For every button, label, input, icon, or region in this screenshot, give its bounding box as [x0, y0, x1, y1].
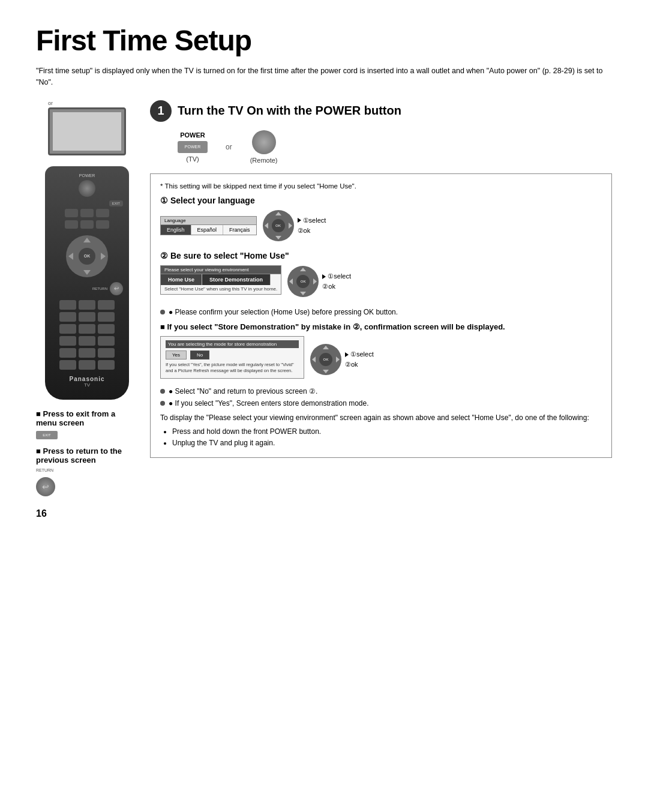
- yes-no-row: Yes No: [166, 350, 299, 359]
- remote-grid-btn-17[interactable]: [79, 360, 95, 370]
- remote-grid-btn-9[interactable]: [98, 324, 115, 334]
- lang-dpad[interactable]: OK: [263, 210, 294, 241]
- remote-return-button[interactable]: ↩: [110, 282, 123, 295]
- tv-sub-label: (TV): [186, 155, 199, 163]
- home-use-option[interactable]: Home Use: [161, 274, 202, 285]
- remote-btn-grid-1: [59, 300, 115, 370]
- remote-grid-btn-10[interactable]: [59, 336, 76, 346]
- no-button[interactable]: No: [190, 350, 209, 359]
- press-return-item: ■ Press to return to the previous screen…: [36, 447, 138, 496]
- power-label: POWER: [180, 131, 205, 139]
- remote-grid-btn-13[interactable]: [59, 348, 76, 358]
- store-confirm-area: You are selecting the mode for store dem…: [160, 336, 602, 383]
- remote-brand-tv: TV: [84, 382, 90, 388]
- confirm-body-text: If you select "Yes", the picture mode wi…: [166, 362, 299, 374]
- store-bullet-2: ● If you select "Yes", Screen enters sto…: [160, 399, 602, 408]
- confirm-box-header: You are selecting the mode for store dem…: [166, 340, 299, 348]
- remote-grid-btn-14[interactable]: [79, 348, 95, 358]
- remote-grid-btn-4[interactable]: [59, 312, 76, 322]
- confirm-note: ● Please confirm your selection (Home Us…: [160, 308, 602, 316]
- remote-btn-5[interactable]: [80, 220, 94, 229]
- dpad-down-arrow: [83, 270, 91, 275]
- lang-option-english[interactable]: English: [161, 225, 191, 235]
- remote-btn-4[interactable]: [65, 220, 78, 229]
- press-return-title: ■ Press to return to the previous screen: [36, 447, 138, 465]
- sdpad-up-3: [323, 346, 329, 349]
- step1-circle: 1: [150, 100, 172, 122]
- remote-btn-3[interactable]: [96, 209, 109, 217]
- power-tv-item: POWER POWER (TV): [178, 131, 208, 163]
- remote-power-button[interactable]: [79, 180, 95, 197]
- remote-btn-6[interactable]: [96, 220, 109, 229]
- home-options: Home Use Store Demonstration: [161, 274, 281, 285]
- remote-dpad[interactable]: OK: [66, 235, 108, 277]
- store-confirm-box: You are selecting the mode for store dem…: [160, 336, 304, 379]
- remote-grid-btn-2[interactable]: [79, 300, 95, 310]
- home-dpad-area: OK ①select ②ok: [287, 266, 351, 297]
- remote-grid-btn-11[interactable]: [79, 336, 95, 346]
- store-dpad-area: OK ①select ②ok: [310, 344, 374, 375]
- yes-button[interactable]: Yes: [166, 350, 187, 359]
- remote-grid-btn-18[interactable]: [98, 360, 115, 370]
- store-dpad[interactable]: OK: [310, 344, 341, 375]
- sdpad-down-2: [300, 292, 306, 295]
- sdpad-down-3: [323, 370, 329, 373]
- lang-ok-label: ②ok: [298, 227, 326, 235]
- remote-grid-btn-5[interactable]: [79, 312, 95, 322]
- exit-button-image: EXIT: [36, 431, 58, 439]
- lang-option-espanol[interactable]: Español: [191, 225, 224, 235]
- arrow-icon-2: [322, 274, 326, 279]
- remote-btn-row-1: [65, 209, 109, 217]
- sdpad-up: [275, 212, 281, 215]
- press-exit-item: ■ Press to exit from a menu screen EXIT: [36, 409, 138, 439]
- bullet-dot-3: [160, 401, 165, 406]
- remote-grid-btn-16[interactable]: [59, 360, 76, 370]
- power-tv-button: POWER: [178, 141, 208, 153]
- home-box-header: Please select your viewing environment: [161, 266, 281, 274]
- home-dpad[interactable]: OK: [287, 266, 319, 297]
- store-ok-btn[interactable]: OK: [319, 353, 332, 366]
- bullet-dot-1: [160, 310, 165, 314]
- sub-step-2: ② Be sure to select "Home Use" Please se…: [160, 251, 602, 298]
- store-ok-label: ②ok: [345, 361, 374, 368]
- or-divider: or: [226, 143, 232, 151]
- home-use-selector: Please select your viewing environment H…: [160, 265, 281, 295]
- power-illustration: POWER POWER (TV) or (Remote): [178, 130, 612, 164]
- lang-option-francais[interactable]: Français: [223, 225, 256, 235]
- remote-btn-row-2: [65, 220, 109, 229]
- remote-grid-btn-8[interactable]: [79, 324, 95, 334]
- remote-ok-button[interactable]: OK: [79, 248, 95, 265]
- remote-grid-btn-3[interactable]: [98, 300, 115, 310]
- remote-power-label: POWER: [79, 173, 95, 178]
- remote-grid-btn-6[interactable]: [98, 312, 115, 322]
- dpad-up-arrow: [83, 238, 91, 242]
- remote-exit-row: EXIT: [51, 200, 123, 206]
- home-select-label: ①select: [328, 272, 351, 280]
- remote-btn-1[interactable]: [65, 209, 78, 217]
- power-remote-item: (Remote): [250, 130, 278, 164]
- remote-grid-btn-1[interactable]: [59, 300, 76, 310]
- store-select-ok-labels: ①select ②ok: [345, 350, 374, 368]
- dpad-right-arrow: [101, 253, 106, 260]
- store-demo-option[interactable]: Store Demonstration: [202, 274, 271, 285]
- home-ok-btn[interactable]: OK: [296, 275, 310, 288]
- or-label: or: [48, 100, 126, 106]
- sdpad-left-3: [312, 356, 316, 362]
- main-layout: or POWER EXIT: [36, 100, 612, 519]
- remote-brand: Panasonic: [69, 376, 104, 382]
- remote-grid-btn-15[interactable]: [98, 348, 115, 358]
- lang-ok-btn[interactable]: OK: [272, 219, 285, 232]
- remote-btn-2[interactable]: [80, 209, 94, 217]
- remote-grid-btn-12[interactable]: [98, 336, 115, 346]
- remote-exit-button[interactable]: EXIT: [109, 200, 123, 206]
- sdpad-right: [289, 223, 292, 229]
- remote-sub-label: (Remote): [250, 157, 278, 164]
- intro-text: "First time setup" is displayed only whe…: [36, 65, 612, 88]
- remote-grid-btn-7[interactable]: [59, 324, 76, 334]
- confirm-note-text: ● Please confirm your selection (Home Us…: [169, 308, 398, 316]
- step1-title: Turn the TV On with the POWER button: [178, 104, 401, 118]
- store-bullet-1: ● Select "No" and return to previous scr…: [160, 387, 602, 395]
- step1-header: 1 Turn the TV On with the POWER button: [150, 100, 612, 122]
- sdpad-down: [275, 236, 281, 239]
- store-demo-section: ■ If you select "Store Demonstration" by…: [160, 322, 602, 450]
